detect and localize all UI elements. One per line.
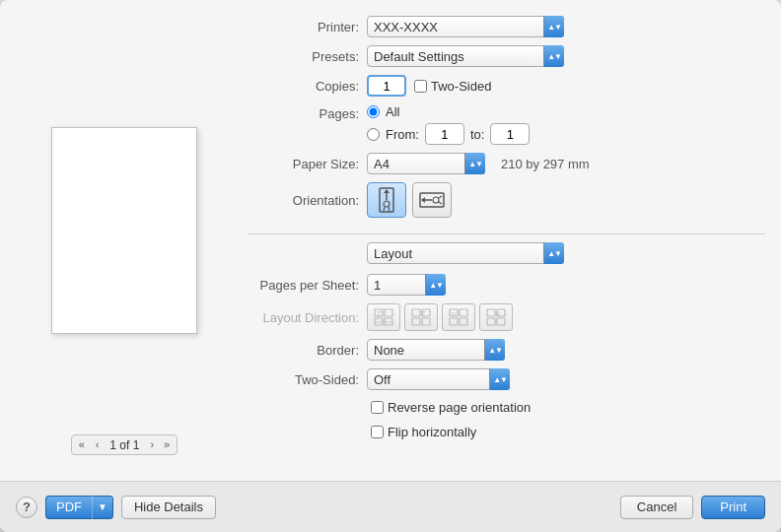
layout-select-wrapper: Layout Color Matching Paper Handling Cov…: [367, 242, 564, 264]
border-label: Border:: [248, 343, 367, 358]
next-page-button[interactable]: ›: [147, 437, 157, 452]
dir-btn-3[interactable]: N: [442, 303, 475, 331]
printer-label: Printer:: [248, 20, 367, 34]
svg-rect-24: [460, 309, 467, 316]
total-pages: 1: [133, 438, 140, 452]
hide-details-button[interactable]: Hide Details: [121, 496, 216, 519]
pages-from-radio[interactable]: [367, 128, 380, 141]
svg-line-10: [439, 202, 442, 204]
two-sided-checkbox-label: Two-Sided: [414, 79, 491, 94]
pages-per-sheet-select[interactable]: 1 2 4 6 9 16: [367, 274, 446, 296]
svg-line-5: [389, 207, 390, 211]
dir-icon-4: N: [486, 308, 506, 326]
svg-rect-25: [450, 318, 458, 325]
border-select-wrapper: None Single Hairline Single Thin Line Do…: [367, 339, 505, 361]
copies-controls: Two-Sided: [367, 75, 491, 97]
to-label: to:: [470, 127, 484, 142]
layout-direction-buttons: Z Z: [367, 303, 513, 331]
reverse-page-label: Reverse page orientation: [371, 400, 531, 415]
paper-preview-container: [16, 26, 233, 434]
presets-label: Presets:: [248, 49, 367, 64]
landscape-button[interactable]: [412, 182, 452, 218]
divider-1: [248, 233, 765, 234]
svg-rect-26: [460, 318, 467, 325]
svg-text:Z: Z: [421, 310, 426, 317]
pdf-group: PDF ▼: [45, 496, 113, 519]
reverse-page-text: Reverse page orientation: [388, 400, 531, 415]
dir-btn-1[interactable]: Z: [367, 303, 400, 331]
svg-rect-13: [385, 309, 392, 316]
pages-all-radio[interactable]: [367, 105, 380, 118]
from-input[interactable]: [425, 123, 464, 145]
pdf-arrow-button[interactable]: ▼: [92, 496, 113, 519]
two-sided-row: Two-Sided: Off Long-Edge Binding Short-E…: [248, 368, 765, 390]
pages-section: All From: to:: [367, 104, 530, 145]
dir-btn-4[interactable]: N: [479, 303, 513, 331]
two-sided-label: Two-Sided: [431, 79, 491, 94]
pages-per-sheet-row: Pages per Sheet: 1 2 4 6 9 16: [248, 274, 765, 296]
preview-panel: « ‹ 1 of 1 › »: [16, 16, 233, 465]
border-row: Border: None Single Hairline Single Thin…: [248, 339, 765, 361]
last-page-button[interactable]: »: [161, 437, 173, 452]
paper-size-label: Paper Size:: [248, 157, 367, 171]
portrait-icon: [376, 186, 397, 214]
first-page-button[interactable]: «: [76, 437, 89, 452]
layout-dropdown-row: Layout Color Matching Paper Handling Cov…: [248, 242, 765, 264]
printer-select[interactable]: XXX-XXXX: [367, 16, 564, 37]
svg-rect-30: [487, 318, 495, 325]
reverse-page-row: Reverse page orientation: [371, 400, 765, 415]
layout-direction-label: Layout Direction:: [248, 310, 367, 325]
svg-rect-18: [412, 309, 420, 316]
svg-text:Z: Z: [377, 310, 382, 317]
reverse-page-checkbox[interactable]: [371, 401, 384, 414]
two-sided-select-wrapper: Off Long-Edge Binding Short-Edge Binding: [367, 368, 510, 390]
portrait-button[interactable]: [367, 182, 406, 218]
dir-icon-3: N: [449, 308, 468, 326]
printer-row: Printer: XXX-XXXX: [248, 16, 765, 37]
orientation-row: Orientation:: [248, 182, 765, 218]
dir-icon-2: Z: [411, 308, 431, 326]
presets-row: Presets: Default Settings: [248, 45, 765, 67]
prev-page-button[interactable]: ‹: [93, 437, 103, 452]
flip-h-label: Flip horizontally: [371, 425, 476, 439]
paper-size-select[interactable]: A4 Letter Legal: [367, 153, 485, 174]
cancel-button[interactable]: Cancel: [620, 496, 693, 519]
pages-row: Pages: All From: to:: [248, 104, 765, 145]
svg-rect-28: [487, 309, 495, 316]
flip-h-checkbox[interactable]: [371, 426, 384, 438]
two-sided-checkbox[interactable]: [414, 80, 427, 93]
help-button[interactable]: ?: [16, 497, 37, 518]
pages-per-sheet-label: Pages per Sheet:: [248, 278, 367, 293]
to-input[interactable]: [490, 123, 530, 145]
print-button[interactable]: Print: [701, 496, 765, 519]
pages-all-row: All: [367, 104, 530, 119]
svg-point-3: [384, 201, 390, 207]
border-select[interactable]: None Single Hairline Single Thin Line Do…: [367, 339, 505, 361]
svg-text:N: N: [496, 311, 500, 317]
copies-input[interactable]: [367, 75, 406, 97]
svg-marker-2: [384, 189, 390, 193]
svg-line-4: [384, 207, 385, 211]
layout-select[interactable]: Layout Color Matching Paper Handling Cov…: [367, 242, 564, 264]
page-info: 1 of 1: [106, 438, 143, 452]
paper-size-controls: A4 Letter Legal 210 by 297 mm: [367, 153, 590, 174]
paper-dims: 210 by 297 mm: [501, 157, 590, 171]
dir-btn-2[interactable]: Z: [404, 303, 438, 331]
print-dialog: « ‹ 1 of 1 › » Printer: XXX-XXXX: [0, 0, 781, 532]
dir-icon-1: Z: [374, 308, 393, 326]
copies-label: Copies:: [248, 79, 367, 94]
paper-preview: [51, 127, 197, 334]
svg-rect-14: [375, 318, 383, 325]
presets-select[interactable]: Default Settings: [367, 45, 564, 67]
svg-line-11: [439, 196, 442, 198]
svg-point-9: [433, 197, 439, 203]
from-label: From:: [386, 127, 419, 142]
page-separator: of: [119, 438, 132, 452]
two-sided-select[interactable]: Off Long-Edge Binding Short-Edge Binding: [367, 368, 510, 390]
pages-from-row: From: to:: [367, 123, 530, 145]
pdf-button[interactable]: PDF: [45, 496, 92, 519]
svg-text:N: N: [452, 311, 456, 317]
layout-direction-row: Layout Direction: Z: [248, 303, 765, 331]
page-nav: « ‹ 1 of 1 › »: [71, 434, 178, 455]
pages-per-sheet-select-wrapper: 1 2 4 6 9 16: [367, 274, 446, 296]
